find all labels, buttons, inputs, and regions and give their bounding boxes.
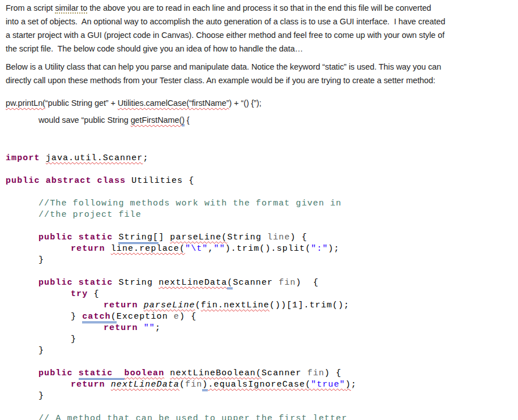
code-line: } catch(Exception e) {	[6, 311, 518, 323]
code-segment	[138, 301, 144, 310]
code-segment: e	[174, 312, 179, 322]
text-segment: the script file. The below code should g…	[6, 44, 303, 53]
code-segment: Exception	[117, 312, 174, 322]
code-segment: static	[79, 368, 125, 380]
text-segment: a starter project with a GUI (project co…	[6, 31, 444, 40]
code-segment: ;	[143, 153, 148, 163]
text-line: into a set of objects. An optional way t…	[6, 15, 518, 28]
code-line: }	[6, 391, 518, 402]
code-segment: line	[267, 233, 290, 242]
text-segment: getFirstName(	[131, 115, 182, 125]
code-segment: //The following methods work with the fo…	[38, 199, 341, 208]
utilities-java-code: import java.util.Scanner; public abstrac…	[6, 153, 518, 420]
code-segment: "true"	[311, 380, 345, 389]
text-segment: pw.printLn(	[6, 98, 45, 108]
code-line: return line.replace("\t","").trim().spli…	[6, 243, 518, 255]
code-segment: ) {	[296, 278, 319, 288]
code-segment: parseLine	[144, 301, 195, 310]
text-segment: into a set of objects. An optional way t…	[6, 17, 445, 26]
code-segment: }	[38, 255, 44, 265]
code-segment: return	[71, 380, 105, 389]
code-segment: ) {	[179, 312, 196, 322]
code-line	[6, 357, 518, 368]
text-segment: the above you are to read in each line a…	[87, 3, 431, 12]
code-segment: ,	[208, 244, 213, 254]
code-line: return parseLine(fin.nextLine())[1].trim…	[6, 300, 518, 311]
text-segment: ) + “() {”);	[229, 98, 262, 108]
text-line: From a script similar to the above you a…	[6, 1, 518, 15]
code-line	[6, 221, 518, 232]
code-segment: String	[113, 278, 159, 288]
code-segment	[40, 153, 46, 163]
printline-example-paragraph: pw.printLn(“public String get” + Utiliti…	[6, 96, 518, 110]
code-segment: ) {	[324, 368, 341, 378]
code-segment: nextLineData	[111, 380, 179, 389]
text-line: pw.printLn(“public String get” + Utiliti…	[6, 96, 518, 110]
code-segment	[105, 380, 111, 389]
code-segment: import	[6, 153, 40, 163]
code-segment: fin.nextLine	[201, 301, 269, 310]
code-line: return "";	[6, 323, 518, 334]
code-line: }	[6, 334, 518, 345]
code-segment: line.replace(	[111, 244, 185, 254]
code-line: public static String nextLineData(Scanne…	[6, 277, 518, 289]
code-segment: )	[202, 380, 208, 391]
code-line: //The following methods work with the fo…	[6, 198, 518, 209]
code-line: return nextLineData(fin).equalsIgnoreCas…	[6, 379, 518, 391]
code-segment: Scanner	[262, 368, 307, 378]
code-segment: public	[38, 368, 79, 378]
code-segment	[6, 221, 11, 231]
code-line	[6, 266, 518, 277]
intro-paragraph: From a script similar to the above you a…	[6, 1, 518, 55]
code-segment: );	[328, 244, 340, 254]
code-segment	[6, 187, 11, 197]
code-segment: ":"	[311, 244, 328, 254]
code-segment	[138, 323, 144, 333]
text-segment: Below is a Utility class that can help y…	[6, 62, 441, 71]
code-segment	[6, 267, 11, 276]
code-segment: }	[38, 346, 44, 355]
code-segment: ""	[144, 323, 155, 333]
code-segment: try	[71, 289, 88, 299]
code-segment: "\t"	[185, 244, 208, 254]
code-segment: String[	[118, 233, 159, 244]
code-segment: java.util.Scanner	[46, 153, 143, 163]
code-line	[6, 402, 518, 413]
code-segment: return	[104, 323, 138, 333]
code-segment: )	[345, 380, 351, 389]
text-segment: “firstName”	[189, 98, 229, 108]
code-segment: ) {	[290, 233, 307, 242]
code-line: public static boolean nextLineBoolean(Sc…	[6, 368, 518, 379]
code-line	[6, 187, 518, 198]
code-line: public static String[] parseLine(String …	[6, 232, 518, 243]
code-segment: fin	[279, 278, 296, 288]
code-segment: fin	[307, 368, 324, 378]
text-segment: From a script	[6, 3, 55, 12]
code-segment: Utilities {	[126, 176, 194, 186]
code-segment: {	[88, 289, 99, 299]
code-line	[6, 164, 518, 175]
code-segment: nextLineBoolean(	[170, 368, 262, 378]
code-segment: (	[195, 301, 201, 310]
code-segment	[6, 165, 11, 174]
code-segment: ]	[159, 233, 170, 242]
text-line: the script file. The below code should g…	[6, 42, 518, 55]
code-segment: ;	[155, 323, 161, 333]
code-segment	[113, 233, 118, 242]
code-segment: parseLine(	[170, 233, 227, 242]
code-segment: (	[179, 380, 185, 389]
utility-class-paragraph: Below is a Utility class that can help y…	[6, 60, 518, 87]
text-line: would save “public String getFirstName()…	[6, 113, 518, 127]
code-segment	[6, 357, 11, 367]
code-segment: catch	[82, 312, 111, 323]
code-segment	[105, 244, 111, 254]
code-segment: (	[227, 278, 233, 289]
text-segment: would save “public String	[38, 115, 131, 125]
code-segment: //the project file	[38, 210, 142, 220]
code-segment	[164, 368, 170, 378]
code-line: }	[6, 255, 518, 266]
code-segment: }	[38, 391, 44, 401]
code-segment: }	[71, 312, 82, 322]
text-segment: Utilities.camelCase(	[118, 98, 189, 108]
code-segment: }	[71, 335, 76, 344]
